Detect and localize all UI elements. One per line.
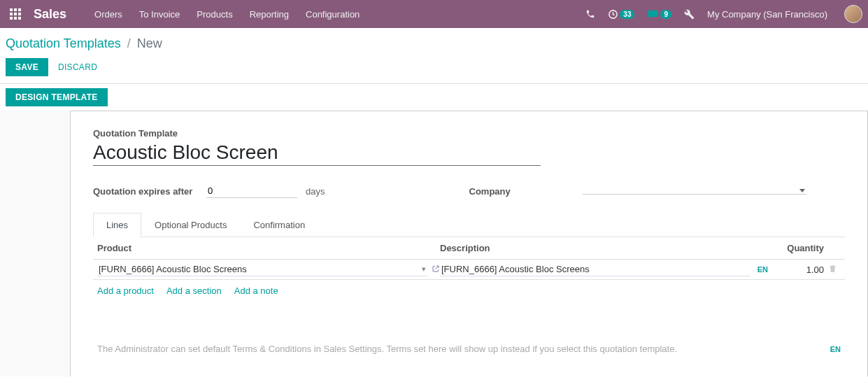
breadcrumb-current: New <box>137 36 162 50</box>
settings-icon[interactable] <box>684 9 695 20</box>
svg-rect-4 <box>14 13 17 15</box>
nav-configuration[interactable]: Configuration <box>306 9 360 20</box>
sheet-background: Quotation Template Quotation expires aft… <box>0 111 868 377</box>
expires-group: Quotation expires after days <box>93 184 469 198</box>
add-product-link[interactable]: Add a product <box>97 286 154 296</box>
design-template-button[interactable]: DESIGN TEMPLATE <box>6 88 108 106</box>
lang-badge[interactable]: EN <box>830 345 841 353</box>
phone-icon[interactable] <box>585 9 595 19</box>
table-row: ▾ EN <box>93 260 845 280</box>
template-name-input[interactable] <box>93 140 541 166</box>
activity-badge: 33 <box>620 10 634 19</box>
expires-label: Quotation expires after <box>93 186 198 197</box>
description-input[interactable] <box>441 264 749 274</box>
action-buttons: SAVE DISCARD <box>0 55 868 83</box>
svg-rect-5 <box>18 13 21 15</box>
nav-products[interactable]: Products <box>197 9 232 20</box>
col-delete <box>824 243 841 253</box>
chevron-down-icon[interactable]: ▾ <box>422 265 426 274</box>
add-links: Add a product Add a section Add a note <box>93 280 845 302</box>
quantity-input[interactable] <box>768 265 824 275</box>
user-avatar[interactable] <box>844 5 862 23</box>
nav-reporting[interactable]: Reporting <box>250 9 289 20</box>
discard-button[interactable]: DISCARD <box>58 62 97 72</box>
add-section-link[interactable]: Add a section <box>166 286 222 296</box>
svg-rect-1 <box>14 8 17 11</box>
company-select[interactable] <box>583 188 806 195</box>
expires-unit: days <box>306 186 325 197</box>
main-navbar: Sales Orders To Invoice Products Reporti… <box>0 0 868 28</box>
col-description: Description <box>440 243 768 253</box>
delete-row-button[interactable] <box>824 264 841 276</box>
add-note-link[interactable]: Add a note <box>234 286 278 296</box>
breadcrumb-sep: / <box>127 36 131 50</box>
terms-footer: The Administrator can set default Terms … <box>93 302 845 358</box>
svg-rect-0 <box>10 8 13 11</box>
external-link-icon[interactable] <box>432 265 440 275</box>
col-quantity: Quantity <box>768 243 824 253</box>
messages-badge: 9 <box>660 10 671 19</box>
lang-badge[interactable]: EN <box>757 265 768 274</box>
chevron-down-icon <box>799 189 805 192</box>
svg-rect-3 <box>10 13 13 15</box>
nav-orders[interactable]: Orders <box>94 9 122 20</box>
nav-to-invoice[interactable]: To Invoice <box>139 9 180 20</box>
company-group: Company <box>469 184 846 198</box>
quantity-cell <box>768 265 824 275</box>
description-cell: EN <box>440 262 768 276</box>
svg-rect-7 <box>14 17 17 20</box>
product-input[interactable] <box>99 264 422 274</box>
svg-rect-2 <box>18 8 21 11</box>
product-cell: ▾ <box>97 262 440 276</box>
save-button[interactable]: SAVE <box>6 58 48 76</box>
tabs: Lines Optional Products Confirmation <box>93 212 845 237</box>
tab-lines[interactable]: Lines <box>93 213 141 237</box>
design-bar: DESIGN TEMPLATE <box>0 84 868 111</box>
svg-rect-6 <box>10 17 13 20</box>
nav-right: 33 9 My Company (San Francisco) <box>585 5 862 23</box>
form-row: Quotation expires after days Company <box>93 184 845 198</box>
messages-icon[interactable]: 9 <box>647 9 671 20</box>
nav-menu: Orders To Invoice Products Reporting Con… <box>94 9 360 20</box>
activity-icon[interactable]: 33 <box>608 9 634 20</box>
tab-optional-products[interactable]: Optional Products <box>141 213 240 237</box>
expires-input[interactable] <box>206 184 297 198</box>
apps-icon[interactable] <box>6 4 25 24</box>
title-label: Quotation Template <box>93 128 845 139</box>
breadcrumb-bar: Quotation Templates / New <box>0 28 868 55</box>
company-switcher[interactable]: My Company (San Francisco) <box>707 9 827 20</box>
form-sheet: Quotation Template Quotation expires aft… <box>70 111 868 377</box>
tab-confirmation[interactable]: Confirmation <box>240 213 318 237</box>
breadcrumb-parent[interactable]: Quotation Templates <box>6 36 121 50</box>
company-label: Company <box>469 186 574 197</box>
svg-rect-8 <box>18 17 21 20</box>
breadcrumb: Quotation Templates / New <box>6 36 862 51</box>
terms-placeholder[interactable]: The Administrator can set default Terms … <box>97 344 677 354</box>
app-brand[interactable]: Sales <box>34 7 66 22</box>
grid-header: Product Description Quantity <box>93 237 845 260</box>
col-product: Product <box>97 243 440 253</box>
